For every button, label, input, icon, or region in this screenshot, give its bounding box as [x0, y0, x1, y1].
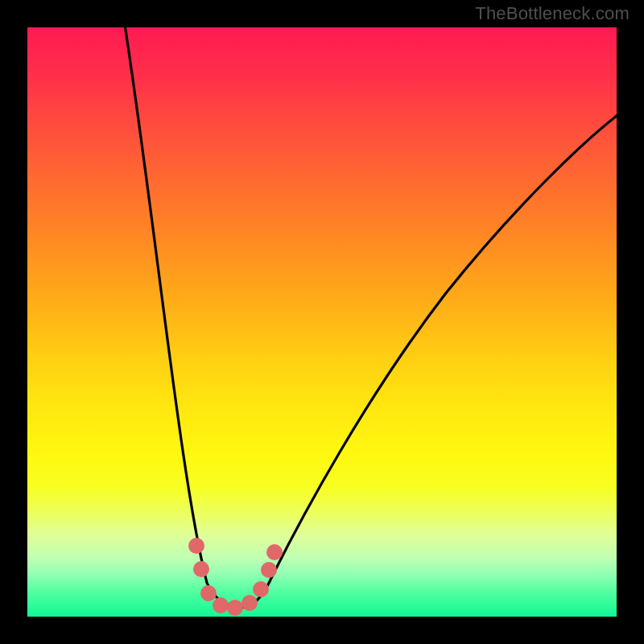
- watermark-text: TheBottleneck.com: [475, 3, 630, 24]
- optimal-zone-markers: [188, 538, 283, 616]
- optimal-zone-marker: [261, 562, 277, 578]
- optimal-zone-marker: [227, 600, 243, 616]
- optimal-zone-marker: [266, 544, 283, 560]
- bottleneck-curve: [124, 27, 617, 607]
- optimal-zone-marker: [242, 595, 258, 611]
- optimal-zone-marker: [200, 585, 217, 601]
- optimal-zone-marker: [188, 538, 204, 554]
- plot-area: [27, 27, 617, 617]
- chart-svg: [27, 27, 617, 617]
- chart-frame: TheBottleneck.com: [0, 0, 644, 644]
- optimal-zone-marker: [193, 561, 209, 577]
- optimal-zone-marker: [213, 597, 229, 613]
- optimal-zone-marker: [253, 581, 269, 597]
